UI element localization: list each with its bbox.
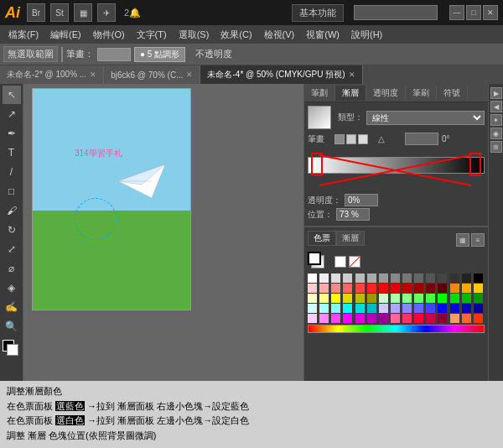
arrow-icon[interactable]: ✈	[97, 3, 116, 22]
color-swatch-26[interactable]	[438, 284, 447, 293]
color-swatch-22[interactable]	[391, 284, 400, 293]
color-swatch-4[interactable]	[355, 273, 365, 283]
blend-tool[interactable]: ⌀	[3, 259, 21, 278]
color-swatch-68[interactable]	[402, 314, 412, 323]
type-tool[interactable]: T	[3, 143, 21, 162]
color-swatch-55[interactable]	[426, 304, 435, 313]
menu-edit[interactable]: 編輯(E)	[45, 27, 86, 43]
st-icon[interactable]: St	[50, 3, 69, 22]
re-btn-4[interactable]: ◉	[490, 128, 502, 139]
cpanel-tab-swatches[interactable]: 色票	[308, 231, 336, 246]
spectrum-bar[interactable]	[308, 325, 485, 333]
color-swatch-61[interactable]	[319, 314, 329, 323]
br-icon[interactable]: Br	[27, 3, 45, 22]
color-swatch-38[interactable]	[402, 294, 412, 303]
color-swatch-51[interactable]	[379, 304, 388, 313]
tab-close-1[interactable]: ✕	[186, 70, 193, 79]
line-tool[interactable]: /	[3, 163, 21, 181]
color-swatch-20[interactable]	[367, 284, 376, 293]
menu-window[interactable]: 視窗(W)	[301, 27, 345, 43]
color-swatch-18[interactable]	[343, 284, 352, 293]
swatches-grid-icon[interactable]: ▦	[456, 233, 469, 247]
rotate-tool[interactable]: ↻	[3, 221, 21, 239]
cpanel-tab-gradient[interactable]: 漸層	[336, 231, 365, 246]
color-swatch-19[interactable]	[355, 284, 365, 293]
color-swatch-72[interactable]	[450, 314, 459, 323]
color-swatch-37[interactable]	[391, 294, 400, 303]
select-tool[interactable]: ↖	[3, 86, 21, 104]
color-swatch-42[interactable]	[450, 294, 459, 303]
pen-tool[interactable]: ✒	[3, 124, 21, 143]
color-swatch-71[interactable]	[438, 314, 447, 323]
gradient-tool[interactable]: ◈	[3, 279, 21, 297]
color-swatch-27[interactable]	[450, 284, 459, 293]
color-swatch-3[interactable]	[343, 273, 352, 283]
color-swatch-57[interactable]	[450, 304, 459, 313]
swatches-list-icon[interactable]: ≡	[471, 233, 485, 247]
color-swatch-12[interactable]	[450, 273, 459, 283]
color-swatch-44[interactable]	[474, 294, 483, 303]
menu-select[interactable]: 選取(S)	[174, 27, 215, 43]
color-swatch-54[interactable]	[414, 304, 423, 313]
color-swatch-40[interactable]	[426, 294, 435, 303]
color-swatch-41[interactable]	[438, 294, 447, 303]
re-btn-1[interactable]: ▶	[490, 87, 502, 99]
color-swatch-39[interactable]	[414, 294, 423, 303]
menu-object[interactable]: 物件(O)	[88, 27, 130, 43]
color-swatch-69[interactable]	[414, 314, 423, 323]
select-dropdown[interactable]: 無選取範圍	[3, 46, 58, 62]
color-swatch-59[interactable]	[474, 304, 483, 313]
color-swatch-9[interactable]	[414, 273, 423, 283]
color-swatch-0[interactable]	[308, 273, 317, 283]
opacity-input[interactable]	[345, 194, 378, 206]
color-swatch-48[interactable]	[343, 304, 352, 313]
menu-help[interactable]: 說明(H)	[346, 27, 387, 43]
color-swatch-66[interactable]	[379, 314, 388, 323]
color-swatch-74[interactable]	[474, 314, 483, 323]
close-button[interactable]: ✕	[483, 5, 498, 20]
re-btn-3[interactable]: ✦	[490, 114, 502, 126]
rpanel-tab-symbol[interactable]: 符號	[437, 86, 468, 101]
color-swatch-33[interactable]	[343, 294, 352, 303]
rect-tool[interactable]: □	[3, 182, 21, 201]
color-swatch-23[interactable]	[402, 284, 412, 293]
color-swatch-31[interactable]	[319, 294, 329, 303]
color-swatch-70[interactable]	[426, 314, 435, 323]
color-swatch-47[interactable]	[331, 304, 340, 313]
color-swatch-50[interactable]	[367, 304, 376, 313]
color-swatch-73[interactable]	[462, 314, 471, 323]
location-input[interactable]	[336, 208, 370, 221]
stroke-input[interactable]	[97, 48, 131, 61]
dot-shape-button[interactable]: ● 5 點調形	[134, 47, 185, 62]
tab-1[interactable]: bj6ck6 @ 70% (C... ✕	[104, 65, 200, 84]
none-box[interactable]	[349, 256, 360, 268]
color-swatch-2[interactable]	[331, 273, 340, 283]
menu-view[interactable]: 檢視(V)	[259, 27, 300, 43]
eyedropper-tool[interactable]: ✍	[3, 298, 21, 316]
gradient-stop-left[interactable]	[311, 153, 323, 176]
color-swatch-8[interactable]	[402, 273, 412, 283]
color-swatch-65[interactable]	[367, 314, 376, 323]
color-swatch-16[interactable]	[319, 284, 329, 293]
type-select[interactable]: 線性 放射狀	[366, 111, 485, 125]
color-swatch-49[interactable]	[355, 304, 365, 313]
color-swatch-62[interactable]	[331, 314, 340, 323]
color-swatch-56[interactable]	[438, 304, 447, 313]
tab-2[interactable]: 未命名-4* @ 50% (CMYK/GPU 預視) ✕	[200, 65, 362, 84]
color-swatch-34[interactable]	[355, 294, 365, 303]
direct-select-tool[interactable]: ↗	[3, 105, 21, 123]
color-swatch-53[interactable]	[402, 304, 412, 313]
color-swatch-6[interactable]	[379, 273, 388, 283]
color-swatch-14[interactable]	[474, 273, 483, 283]
brush-tool[interactable]: 🖌	[3, 201, 21, 220]
re-btn-2[interactable]: ◀	[490, 101, 502, 112]
angle-input[interactable]	[405, 133, 438, 145]
color-swatch-35[interactable]	[367, 294, 376, 303]
minimize-button[interactable]: —	[449, 5, 464, 20]
fill-box[interactable]	[7, 344, 18, 356]
color-swatch-45[interactable]	[308, 304, 317, 313]
search-input[interactable]	[354, 5, 438, 20]
color-swatch-11[interactable]	[438, 273, 447, 283]
color-swatch-64[interactable]	[355, 314, 365, 323]
color-swatch-30[interactable]	[308, 294, 317, 303]
